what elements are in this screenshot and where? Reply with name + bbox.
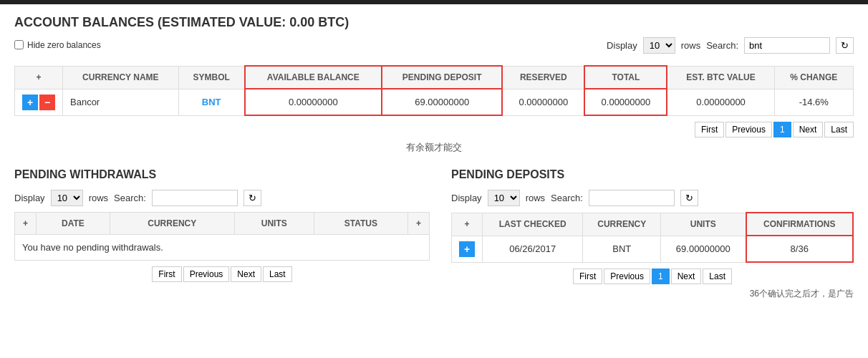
withdrawals-controls: Display 10 rows Search: ↻ bbox=[14, 190, 430, 206]
withdrawals-pagination: First Previous Next Last bbox=[14, 266, 430, 282]
search-input-d[interactable] bbox=[589, 190, 675, 206]
last-button-w[interactable]: Last bbox=[263, 266, 292, 282]
main-container: ACCOUNT BALANCES (ESTIMATED VALUE: 0.00 … bbox=[0, 4, 868, 311]
first-button-top[interactable]: First bbox=[695, 122, 724, 137]
w-col-currency: CURRENCY bbox=[110, 213, 234, 235]
col-available-balance: AVAILABLE BALANCE bbox=[245, 66, 382, 89]
last-button-d[interactable]: Last bbox=[703, 268, 732, 284]
w-col-units: UNITS bbox=[234, 213, 314, 235]
search-label-top: Search: bbox=[706, 40, 738, 51]
chinese-note: 36个确认完之后才，是广告 bbox=[451, 288, 854, 300]
page-1-button-d[interactable]: 1 bbox=[652, 268, 670, 284]
deposits-title: PENDING DEPOSITS bbox=[451, 168, 854, 181]
display-select-d[interactable]: 10 bbox=[488, 190, 520, 206]
search-input-w[interactable] bbox=[152, 190, 238, 206]
col-reserved: RESERVED bbox=[502, 66, 584, 89]
previous-button-top[interactable]: Previous bbox=[725, 122, 772, 137]
search-label-w: Search: bbox=[114, 193, 146, 203]
symbol-cell: BNT bbox=[178, 89, 244, 115]
pending-deposits-section: PENDING DEPOSITS Display 10 rows Search:… bbox=[451, 168, 854, 300]
display-select-w[interactable]: 10 bbox=[51, 190, 83, 206]
next-button-d[interactable]: Next bbox=[671, 268, 702, 284]
col-symbol: SYMBOL bbox=[178, 66, 244, 89]
currency-name-cell: Bancor bbox=[63, 89, 179, 115]
rows-label-top: rows bbox=[681, 40, 700, 51]
refresh-button-w[interactable]: ↻ bbox=[243, 190, 261, 206]
d-col-currency: CURRENCY bbox=[583, 213, 661, 236]
first-button-w[interactable]: First bbox=[152, 266, 181, 282]
hide-zero-checkbox[interactable] bbox=[14, 40, 24, 49]
available-balance-cell: 0.00000000 bbox=[245, 89, 382, 115]
col-change: % CHANGE bbox=[774, 66, 853, 89]
remove-button[interactable]: − bbox=[39, 95, 55, 110]
deposit-currency: BNT bbox=[583, 236, 661, 262]
add-button[interactable]: + bbox=[22, 95, 38, 110]
annotation-text: 有余额才能交 bbox=[14, 141, 854, 154]
top-table-controls: Display 10 rows Search: ↻ bbox=[607, 37, 854, 54]
next-button-w[interactable]: Next bbox=[231, 266, 261, 282]
deposit-units: 69.00000000 bbox=[661, 236, 746, 262]
est-btc-cell: 0.00000000 bbox=[667, 89, 774, 115]
two-col-section: PENDING WITHDRAWALS Display 10 rows Sear… bbox=[14, 168, 854, 300]
next-button-top[interactable]: Next bbox=[793, 122, 824, 137]
w-col-plus: + bbox=[15, 213, 37, 235]
account-balances-section: ACCOUNT BALANCES (ESTIMATED VALUE: 0.00 … bbox=[14, 15, 854, 154]
withdrawals-title: PENDING WITHDRAWALS bbox=[14, 168, 430, 181]
col-est-btc: EST. BTC VALUE bbox=[667, 66, 774, 89]
previous-button-d[interactable]: Previous bbox=[604, 268, 650, 284]
reserved-cell: 0.00000000 bbox=[502, 89, 584, 115]
w-col-date: DATE bbox=[37, 213, 110, 235]
display-label-d: Display bbox=[451, 193, 482, 203]
previous-button-w[interactable]: Previous bbox=[183, 266, 230, 282]
display-label-w: Display bbox=[14, 193, 45, 203]
search-label-d: Search: bbox=[551, 193, 583, 203]
deposits-table: + LAST CHECKED CURRENCY UNITS CONFIRMATI… bbox=[451, 212, 854, 263]
display-label-top: Display bbox=[607, 40, 637, 51]
account-balances-table: + CURRENCY NAME SYMBOL AVAILABLE BALANCE… bbox=[14, 65, 854, 116]
page-title: ACCOUNT BALANCES (ESTIMATED VALUE: 0.00 … bbox=[14, 15, 854, 30]
col-pending-deposit: PENDING DEPOSIT bbox=[382, 66, 502, 89]
rows-label-w: rows bbox=[89, 193, 108, 203]
deposit-row: + 06/26/2017 BNT 69.00000000 8/36 bbox=[452, 236, 854, 262]
w-col-status: STATUS bbox=[314, 213, 408, 235]
search-input-top[interactable] bbox=[744, 37, 830, 54]
symbol-link[interactable]: BNT bbox=[202, 97, 221, 107]
hide-zero-label[interactable]: Hide zero balances bbox=[14, 40, 101, 50]
no-data-cell: You have no pending withdrawals. bbox=[15, 235, 430, 261]
first-button-d[interactable]: First bbox=[573, 268, 602, 284]
display-select-top[interactable]: 10 bbox=[643, 37, 675, 54]
total-cell: 0.00000000 bbox=[584, 89, 667, 115]
rows-label-d: rows bbox=[526, 193, 545, 203]
deposit-add-btn-cell: + bbox=[452, 236, 483, 262]
deposit-confirmations: 8/36 bbox=[746, 236, 854, 262]
pending-deposit-cell: 69.00000000 bbox=[382, 89, 502, 115]
no-data-row: You have no pending withdrawals. bbox=[15, 235, 430, 261]
top-pagination: First Previous 1 Next Last bbox=[14, 122, 854, 137]
pending-withdrawals-section: PENDING WITHDRAWALS Display 10 rows Sear… bbox=[14, 168, 430, 300]
row-buttons: + − bbox=[15, 89, 63, 115]
refresh-button-top[interactable]: ↻ bbox=[836, 37, 854, 54]
deposit-last-checked: 06/26/2017 bbox=[483, 236, 583, 262]
col-currency-name: CURRENCY NAME bbox=[63, 66, 179, 89]
col-add: + bbox=[15, 66, 63, 89]
withdrawals-table: + DATE CURRENCY UNITS STATUS + You have … bbox=[14, 212, 430, 261]
table-row: + − Bancor BNT 0.00000000 69.00000000 0.… bbox=[15, 89, 854, 115]
w-col-plus2: + bbox=[408, 213, 430, 235]
d-col-units: UNITS bbox=[661, 213, 746, 236]
deposit-add-button[interactable]: + bbox=[459, 241, 475, 257]
change-cell: -14.6% bbox=[774, 89, 853, 115]
col-total: TOTAL bbox=[584, 66, 667, 89]
page-1-button-top[interactable]: 1 bbox=[773, 122, 791, 137]
deposits-pagination: First Previous 1 Next Last bbox=[451, 268, 854, 284]
d-col-last-checked: LAST CHECKED bbox=[483, 213, 583, 236]
d-col-plus: + bbox=[452, 213, 483, 236]
deposits-controls: Display 10 rows Search: ↻ bbox=[451, 190, 854, 206]
d-col-confirmations: CONFIRMATIONS bbox=[746, 213, 854, 236]
refresh-button-d[interactable]: ↻ bbox=[680, 190, 698, 206]
last-button-top[interactable]: Last bbox=[824, 122, 854, 137]
